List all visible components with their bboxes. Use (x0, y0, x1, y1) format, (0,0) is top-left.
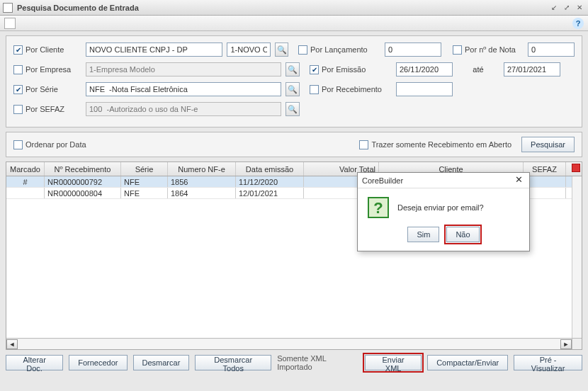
por-recebimento-label: Por Recebimento (322, 85, 382, 94)
por-emissao-checkbox[interactable]: Por Emissão (310, 65, 392, 74)
checkbox-icon (13, 85, 23, 94)
checkbox-icon (310, 65, 319, 74)
dialog-yes-button[interactable]: Sim (407, 227, 439, 242)
ate-label: até (457, 65, 499, 74)
cell-sefaz (524, 188, 566, 198)
scroll-left-icon[interactable]: ◄ (6, 339, 18, 349)
scroll-track[interactable] (18, 339, 560, 349)
vertical-scrollbar[interactable] (572, 176, 582, 338)
checkbox-icon (298, 45, 307, 55)
horizontal-scrollbar[interactable]: ◄ ► (6, 338, 572, 349)
footer-actions: Alterar Doc. Fornecedor Desmarcar Desmar… (6, 354, 582, 371)
trazer-recebimento-aberto-checkbox[interactable]: Trazer somente Recebimento em Aberto (359, 140, 511, 149)
scroll-right-icon[interactable]: ► (560, 339, 572, 349)
recebimento-input[interactable] (396, 82, 453, 96)
cliente-code-input[interactable] (227, 42, 271, 57)
por-emissao-label: Por Emissão (322, 65, 366, 74)
cell-recebimento: NR0000000804 (45, 188, 121, 198)
por-empresa-label: Por Empresa (26, 65, 71, 74)
toolbar-button[interactable] (4, 18, 16, 29)
pre-visualizar-button[interactable]: Pré - Visualizar (514, 355, 582, 370)
lookup-cliente-icon[interactable]: 🔍 (275, 42, 288, 57)
options-panel: Ordenar por Data Trazer somente Recebime… (6, 132, 582, 157)
question-icon: ? (368, 197, 389, 218)
window-titlebar: Pesquisa Documento de Entrada ↙ ⤢ ✕ (0, 0, 588, 16)
scroll-corner (572, 338, 582, 349)
checkbox-icon (13, 140, 23, 149)
lookup-serie-icon[interactable]: 🔍 (285, 82, 300, 96)
table-corner-icon[interactable] (572, 164, 580, 172)
close-icon[interactable]: ✕ (574, 3, 585, 13)
dialog-close-icon[interactable]: ✕ (512, 175, 525, 186)
por-empresa-checkbox[interactable]: Por Empresa (13, 65, 81, 74)
lookup-sefaz-icon[interactable]: 🔍 (285, 102, 300, 116)
cell-numero-nfe: 1864 (168, 188, 236, 198)
compactar-enviar-button[interactable]: Compactar/Enviar (427, 355, 508, 370)
cell-serie: NFE (121, 188, 168, 198)
window-icon (3, 3, 13, 13)
por-sefaz-checkbox[interactable]: Por SEFAZ (13, 105, 81, 114)
trazer-label: Trazer somente Recebimento em Aberto (371, 140, 511, 149)
num-nota-input[interactable] (528, 42, 575, 57)
dialog-titlebar: CoreBuilder ✕ (358, 173, 529, 188)
toolbar: ? (0, 16, 588, 31)
enviar-xml-button[interactable]: Enviar XML (365, 355, 422, 370)
cell-data-emissao: 11/12/2020 (236, 176, 304, 187)
col-serie[interactable]: Série (121, 162, 168, 176)
por-serie-checkbox[interactable]: Por Série (13, 85, 81, 94)
serie-input[interactable] (86, 82, 281, 96)
cell-marcado (6, 188, 45, 198)
empresa-input (86, 62, 281, 76)
checkbox-icon (359, 140, 368, 149)
por-serie-label: Por Série (26, 85, 58, 94)
por-cliente-label: Por Cliente (26, 45, 64, 54)
minimize-icon[interactable]: ↙ (548, 3, 560, 13)
help-icon[interactable]: ? (572, 18, 584, 29)
cell-data-emissao: 12/01/2021 (236, 188, 304, 198)
fornecedor-button[interactable]: Fornecedor (69, 355, 127, 370)
col-data-emissao[interactable]: Data emissão (236, 162, 304, 176)
por-lancamento-label: Por Lançamento (310, 45, 368, 54)
checkbox-icon (310, 85, 319, 94)
por-cliente-checkbox[interactable]: Por Cliente (13, 45, 81, 55)
ordenar-label: Ordenar por Data (26, 140, 86, 149)
por-sefaz-label: Por SEFAZ (26, 105, 64, 113)
por-num-nota-label: Por nº de Nota (465, 45, 516, 54)
col-marcado[interactable]: Marcado (6, 162, 45, 176)
somente-xml-label: Somente XML Importado (277, 354, 359, 371)
pesquisar-button[interactable]: Pesquisar (521, 137, 575, 152)
checkbox-icon (13, 65, 23, 74)
cliente-input[interactable] (86, 42, 222, 57)
sefaz-input (86, 102, 281, 116)
emissao-to-input[interactable] (504, 62, 560, 76)
filters-panel: Por Cliente 🔍 Por Lançamento Por nº de N… (6, 35, 582, 128)
dialog-no-button[interactable]: Não (446, 227, 479, 242)
ordenar-por-data-checkbox[interactable]: Ordenar por Data (13, 140, 86, 149)
emissao-from-input[interactable] (396, 62, 453, 76)
col-numero-nfe[interactable]: Numero NF-e (168, 162, 236, 176)
desmarcar-todos-button[interactable]: Desmarcar Todos (195, 355, 271, 370)
cell-marcado: # (6, 176, 45, 187)
checkbox-icon (13, 105, 23, 114)
window-title: Pesquisa Documento de Entrada (17, 4, 547, 12)
dialog-title: CoreBuilder (362, 176, 512, 185)
cell-serie: NFE (121, 176, 168, 187)
maximize-icon[interactable]: ⤢ (561, 3, 572, 13)
checkbox-icon (13, 45, 23, 55)
alterar-doc-button[interactable]: Alterar Doc. (6, 355, 63, 370)
por-lancamento-checkbox[interactable]: Por Lançamento (298, 45, 380, 55)
desmarcar-button[interactable]: Desmarcar (133, 355, 190, 370)
dialog-message: Deseja enviar por email? (397, 203, 484, 212)
checkbox-icon (453, 45, 462, 55)
confirm-dialog: CoreBuilder ✕ ? Deseja enviar por email?… (357, 172, 530, 251)
cell-sefaz (524, 176, 566, 187)
por-num-nota-checkbox[interactable]: Por nº de Nota (453, 45, 524, 55)
cell-recebimento: NR0000000792 (45, 176, 121, 187)
col-sefaz[interactable]: SEFAZ (524, 162, 566, 176)
cell-numero-nfe: 1856 (168, 176, 236, 187)
col-recebimento[interactable]: Nº Recebimento (45, 162, 121, 176)
por-recebimento-checkbox[interactable]: Por Recebimento (310, 85, 392, 94)
lancamento-input[interactable] (385, 42, 441, 57)
lookup-empresa-icon[interactable]: 🔍 (285, 62, 300, 76)
